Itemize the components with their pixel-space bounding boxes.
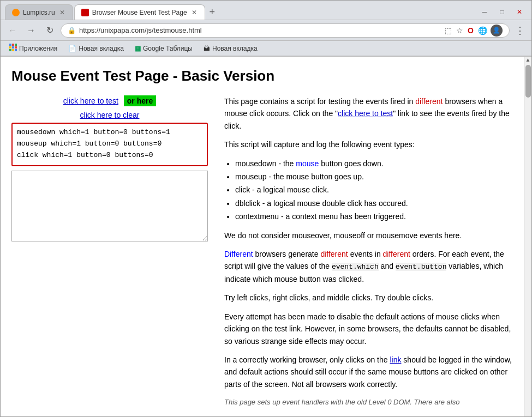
- bookmark-google-sheets[interactable]: ▦ Google Таблицы: [130, 43, 197, 54]
- svg-rect-1: [12, 44, 14, 46]
- list-item-mouseup: mouseup - the mouse button goes up.: [235, 171, 515, 183]
- different-3: different: [383, 250, 410, 258]
- bookmark-sheets-label: Google Таблицы: [143, 45, 193, 52]
- tab2-icon: [81, 9, 89, 16]
- tab1-close[interactable]: ✕: [58, 9, 66, 16]
- scrollbar-up-arrow[interactable]: ▲: [525, 57, 531, 63]
- svg-rect-2: [15, 44, 17, 46]
- bookmark-new-tab-2-label: Новая вкладка: [212, 45, 258, 52]
- bookmark-new-tab-2[interactable]: 🏔 Новая вкладка: [199, 43, 262, 54]
- page-icon-2: 🏔: [204, 45, 210, 52]
- two-column-layout: click here to test or here click here to…: [11, 95, 515, 415]
- right-para-7: In a correctly working browser, only cli…: [224, 354, 515, 390]
- page-content: Mouse Event Test Page - Basic Version cl…: [1, 57, 531, 416]
- event-log-box: mousedown which=1 button=0 buttons=1 mou…: [11, 123, 208, 166]
- tab-lumpics[interactable]: Lumpics.ru ✕: [5, 4, 73, 20]
- or-here-button[interactable]: or here: [124, 95, 156, 106]
- right-para-6: Every attempt has been made to disable t…: [224, 311, 515, 347]
- right-para-5: Try left clicks, right clicks, and middl…: [224, 292, 515, 304]
- back-button[interactable]: ←: [5, 23, 20, 38]
- log-textarea[interactable]: [11, 171, 208, 241]
- bookmarks-bar: Приложения 📄 Новая вкладка ▦ Google Табл…: [1, 40, 531, 57]
- close-button[interactable]: ✕: [512, 4, 527, 20]
- list-item-dblclick: dblclick - a logical mouse double click …: [235, 197, 515, 209]
- svg-rect-8: [15, 49, 17, 51]
- tab2-label: Browser Mouse Event Test Page: [92, 9, 187, 16]
- minimize-button[interactable]: ─: [477, 4, 492, 20]
- bookmark-new-tab-1[interactable]: 📄 Новая вкладка: [64, 43, 128, 54]
- svg-rect-7: [12, 49, 14, 51]
- svg-rect-5: [15, 46, 17, 49]
- page-inner: Mouse Event Test Page - Basic Version cl…: [1, 57, 531, 416]
- event-types-list: mousedown - the mouse button goes down. …: [235, 158, 515, 223]
- avatar-icon[interactable]: 👤: [491, 25, 503, 37]
- reload-button[interactable]: ↻: [42, 23, 57, 38]
- event-log-line-3: click which=1 button=0 buttons=0: [17, 150, 202, 161]
- menu-button[interactable]: ⋮: [513, 22, 527, 39]
- tab-testpage[interactable]: Browser Mouse Event Test Page ✕: [74, 4, 205, 20]
- sheets-icon: ▦: [135, 45, 141, 52]
- list-item-contextmenu: contextmenu - a context menu has been tr…: [235, 210, 515, 222]
- tab2-close[interactable]: ✕: [190, 9, 198, 16]
- svg-rect-4: [12, 46, 14, 49]
- list-item-click: click - a logical mouse click.: [235, 184, 515, 196]
- svg-rect-6: [9, 49, 11, 51]
- right-para-8: This page sets up event handlers with th…: [224, 397, 515, 408]
- bookmark-star-icon[interactable]: ☆: [455, 25, 464, 36]
- new-tab-button[interactable]: +: [206, 4, 219, 20]
- different-2: different: [320, 250, 348, 258]
- event-log-line-1: mousedown which=1 button=0 buttons=1: [17, 127, 202, 138]
- scrollbar[interactable]: ▲: [524, 57, 531, 416]
- nav-bar: ← → ↻ 🔒 https://unixpapa.com/js/testmous…: [1, 20, 531, 40]
- right-para-4: Different browsers generate different ev…: [224, 248, 515, 286]
- left-column: click here to test or here click here to…: [11, 95, 208, 415]
- url-text: https://unixpapa.com/js/testmouse.html: [79, 26, 440, 34]
- inline-test-link[interactable]: click here to test: [338, 109, 393, 118]
- opera-icon[interactable]: O: [467, 25, 475, 36]
- browser-window: Lumpics.ru ✕ Browser Mouse Event Test Pa…: [0, 0, 532, 417]
- inline-link-2[interactable]: link: [390, 355, 401, 364]
- highlight-mouse: mouse: [296, 159, 319, 168]
- different-1: Different: [224, 250, 253, 258]
- list-item-mousedown: mousedown - the mouse button goes down.: [235, 158, 515, 170]
- bookmark-new-tab-1-label: Новая вкладка: [79, 45, 124, 52]
- forward-button[interactable]: →: [23, 23, 39, 38]
- page-title: Mouse Event Test Page - Basic Version: [11, 68, 515, 84]
- right-column: This page contains a script for testing …: [224, 95, 515, 415]
- tab1-label: Lumpics.ru: [23, 9, 55, 16]
- click-links-area: click here to test or here: [11, 95, 208, 106]
- apps-icon: [9, 44, 17, 53]
- click-here-test-link[interactable]: click here to test: [63, 96, 118, 105]
- cast-icon[interactable]: ⬚: [444, 25, 453, 36]
- clear-link-container: click here to clear: [11, 111, 208, 119]
- address-bar[interactable]: 🔒 https://unixpapa.com/js/testmouse.html…: [61, 23, 510, 38]
- tab-bar: Lumpics.ru ✕ Browser Mouse Event Test Pa…: [1, 1, 531, 20]
- click-here-clear-link[interactable]: click here to clear: [11, 111, 208, 119]
- textarea-container: [11, 171, 208, 243]
- tab1-icon: [12, 9, 20, 16]
- lock-icon: 🔒: [68, 27, 76, 34]
- right-para-2: This script will capture and log the fol…: [224, 138, 515, 150]
- bookmark-apps[interactable]: Приложения: [5, 42, 62, 55]
- highlight-different: different: [415, 97, 443, 106]
- event-log-line-2: mouseup which=1 button=0 buttons=0: [17, 138, 202, 150]
- globe-icon[interactable]: 🌐: [477, 25, 488, 36]
- right-para-1: This page contains a script for testing …: [224, 95, 515, 132]
- right-para-3: We do not consider mouseover, mouseoff o…: [224, 229, 515, 241]
- address-bar-icons: ⬚ ☆ O 🌐 👤: [444, 25, 503, 37]
- scrollbar-thumb[interactable]: [525, 65, 531, 98]
- svg-rect-3: [9, 46, 11, 49]
- code-button: event.button: [396, 263, 447, 271]
- maximize-button[interactable]: □: [494, 4, 510, 20]
- svg-rect-0: [9, 44, 11, 46]
- bookmark-apps-label: Приложения: [19, 45, 57, 52]
- page-icon-1: 📄: [68, 45, 76, 52]
- code-which: event.which: [332, 263, 379, 271]
